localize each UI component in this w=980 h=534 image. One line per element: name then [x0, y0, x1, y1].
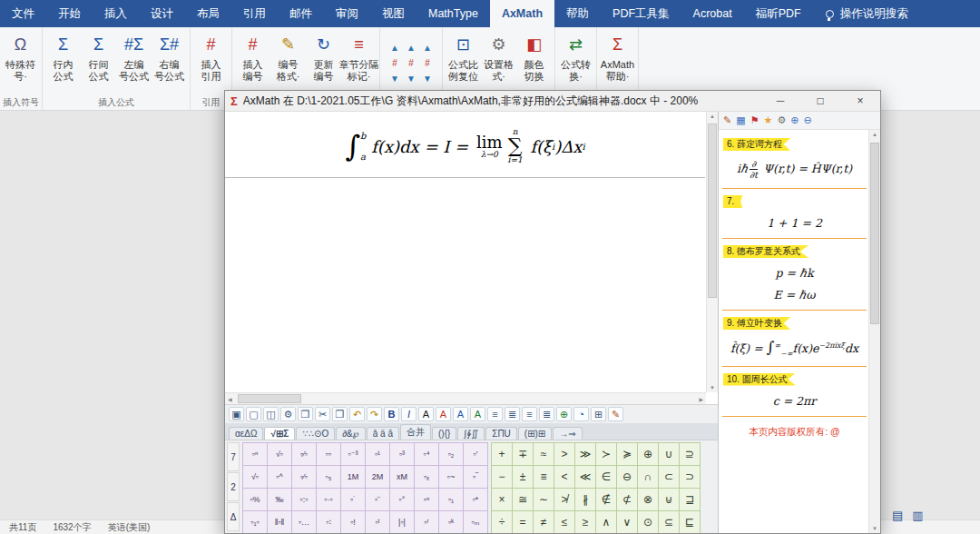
- template-cell[interactable]: xM: [390, 466, 414, 488]
- percent-button[interactable]: ◔: [573, 407, 589, 421]
- library-item-circle[interactable]: 10. 圆周长公式 c = 2πr: [722, 367, 867, 417]
- template-cell[interactable]: ▫▫: [317, 443, 340, 465]
- tab-templates[interactable]: √⊞Σ: [264, 427, 295, 440]
- update-number-button[interactable]: ↻ 更新 编号: [306, 30, 341, 83]
- operator-cell[interactable]: ≤: [554, 511, 574, 533]
- align-justify-button[interactable]: ≣: [539, 407, 554, 421]
- move-up-button-3[interactable]: ▲: [419, 40, 436, 55]
- tab-integrals[interactable]: ∫∳∬: [457, 427, 485, 440]
- recent-symbol-cell[interactable]: 2: [227, 472, 240, 501]
- library-item-simple[interactable]: 7. 1 + 1 = 2: [722, 189, 867, 239]
- layout-plain-button[interactable]: ▢: [246, 407, 261, 421]
- tab-relations[interactable]: ∵∴⊙O: [296, 427, 335, 440]
- pin-icon[interactable]: ⚑: [750, 114, 760, 126]
- zoom-out-icon[interactable]: ⊖: [803, 114, 811, 126]
- template-cell[interactable]: ▫₁: [439, 489, 463, 510]
- operator-cell[interactable]: ×: [492, 489, 512, 510]
- renumber-button-1[interactable]: #: [387, 55, 403, 71]
- save-button[interactable]: ◫: [263, 407, 279, 421]
- template-cell[interactable]: ▫ₘ: [464, 511, 487, 533]
- color-switch-button[interactable]: ◧ 颜色 切换: [516, 30, 552, 83]
- operator-cell[interactable]: ≻: [596, 443, 616, 465]
- ribbon-tab[interactable]: 文件: [0, 0, 46, 27]
- operator-cell[interactable]: ≫: [575, 443, 595, 465]
- tab-greek[interactable]: αεΔΩ: [229, 427, 263, 440]
- layout-grid-button[interactable]: ▣: [229, 407, 244, 421]
- library-item-debroglie[interactable]: 8. 德布罗意关系式 p = ℏk E = ℏω: [722, 239, 867, 311]
- ribbon-tab[interactable]: MathType: [416, 0, 490, 27]
- scroll-up-icon[interactable]: ▲: [872, 132, 877, 137]
- renumber-button-3[interactable]: #: [419, 55, 436, 71]
- left-numbered-formula-button[interactable]: #Σ 左编 号公式: [116, 30, 152, 83]
- template-cell[interactable]: ▫˙: [341, 489, 365, 510]
- template-cell[interactable]: ▫~: [439, 466, 463, 488]
- insert-reference-button[interactable]: # 插入 引用: [193, 30, 229, 83]
- operator-cell[interactable]: ⊇: [680, 443, 700, 465]
- library-item-fourier[interactable]: 9. 傅立叶变换 f̂(ξ) = ∫∞−∞f(x)e−2πixξdx: [722, 311, 867, 367]
- operator-cell[interactable]: ∼: [534, 489, 554, 510]
- move-up-button-1[interactable]: ▲: [387, 40, 403, 55]
- operator-cell[interactable]: ⊂: [659, 466, 679, 488]
- operator-cell[interactable]: ⊆: [659, 511, 679, 533]
- doc-view-icon-1[interactable]: ▤: [892, 509, 903, 522]
- operator-cell[interactable]: ∧: [596, 511, 616, 533]
- template-cell[interactable]: ▫₅: [317, 466, 340, 488]
- brush-icon[interactable]: ✎: [723, 114, 731, 126]
- template-cell[interactable]: 1M: [341, 466, 365, 488]
- recent-symbol-cell[interactable]: Δ: [227, 502, 240, 531]
- align-center-button[interactable]: ≣: [505, 407, 520, 421]
- tab-accents[interactable]: â ä ā: [367, 427, 399, 440]
- canvas-vscrollbar[interactable]: ▲ ▼: [706, 112, 718, 392]
- ribbon-tab[interactable]: 帮助: [554, 0, 601, 27]
- operator-cell[interactable]: ⊄: [617, 489, 637, 510]
- zoom-button[interactable]: ⊕: [556, 407, 572, 421]
- renumber-button-2[interactable]: #: [403, 55, 419, 71]
- number-format-button[interactable]: ✎ 编号 格式·: [270, 30, 306, 83]
- operator-cell[interactable]: ≅: [513, 489, 533, 510]
- scroll-right-icon[interactable]: ▶: [699, 396, 703, 402]
- tab-matrix[interactable]: (⊞)⊞: [518, 427, 552, 440]
- ribbon-tab[interactable]: PDF工具集: [601, 0, 681, 27]
- template-cell[interactable]: ▫⁻³: [341, 443, 365, 465]
- operator-cell[interactable]: ⊙: [638, 511, 658, 533]
- format-settings-button[interactable]: ⚙ 设置格 式·: [481, 30, 516, 83]
- operator-cell[interactable]: ∉: [596, 489, 616, 510]
- template-cell[interactable]: ▫ₓ: [415, 466, 438, 488]
- word-count[interactable]: 1632个字: [53, 521, 91, 534]
- scroll-up-icon[interactable]: ▲: [710, 114, 715, 119]
- formula-scale-reset-button[interactable]: ⊡ 公式比 例复位: [446, 30, 481, 83]
- operator-cell[interactable]: ≯: [554, 489, 574, 510]
- operator-cell[interactable]: >: [554, 443, 574, 465]
- grid-icon[interactable]: ▦: [736, 114, 745, 126]
- template-cell[interactable]: ▫…: [292, 511, 316, 533]
- template-cell[interactable]: 2M: [366, 466, 389, 488]
- italic-button[interactable]: I: [401, 407, 416, 421]
- operator-cell[interactable]: ⊒: [680, 489, 700, 510]
- template-cell[interactable]: ▫°: [390, 489, 414, 510]
- scroll-down-icon[interactable]: ▼: [710, 385, 715, 391]
- align-left-button[interactable]: ≡: [487, 407, 503, 421]
- panel-scrollbar[interactable]: ▲ ▼: [868, 130, 880, 533]
- tab-merge[interactable]: 合并: [400, 424, 431, 440]
- align-right-button[interactable]: ≡: [522, 407, 537, 421]
- scroll-left-icon[interactable]: ◀: [228, 396, 232, 402]
- section-break-button[interactable]: ≡ 章节分隔 标记·: [341, 30, 377, 83]
- operator-cell[interactable]: <: [554, 466, 574, 488]
- operator-cell[interactable]: ≥: [575, 511, 595, 533]
- operator-cell[interactable]: ÷: [492, 511, 512, 533]
- operator-cell[interactable]: ∨: [617, 511, 637, 533]
- color-black-button[interactable]: A: [418, 407, 434, 421]
- axmath-titlebar[interactable]: Σ AxMath 在 D:\1-2021.05工作\G 资料\Axmath\Ax…: [225, 91, 880, 112]
- operator-cell[interactable]: =: [513, 511, 533, 533]
- operator-cell[interactable]: ⊖: [617, 466, 637, 488]
- template-cell[interactable]: ▫₁▫: [243, 511, 267, 533]
- operator-cell[interactable]: ≠: [534, 511, 554, 533]
- template-cell[interactable]: ‰: [268, 489, 291, 510]
- operator-cell[interactable]: ∩: [638, 466, 658, 488]
- ribbon-tab[interactable]: 插入: [93, 0, 139, 27]
- operator-cell[interactable]: ⊗: [638, 489, 658, 510]
- template-cell[interactable]: √▫: [243, 466, 267, 488]
- template-cell[interactable]: ▫ʳ: [415, 511, 438, 533]
- template-cell[interactable]: ▫∶: [317, 511, 340, 533]
- canvas-hscrollbar[interactable]: ◀ ▶: [225, 392, 706, 404]
